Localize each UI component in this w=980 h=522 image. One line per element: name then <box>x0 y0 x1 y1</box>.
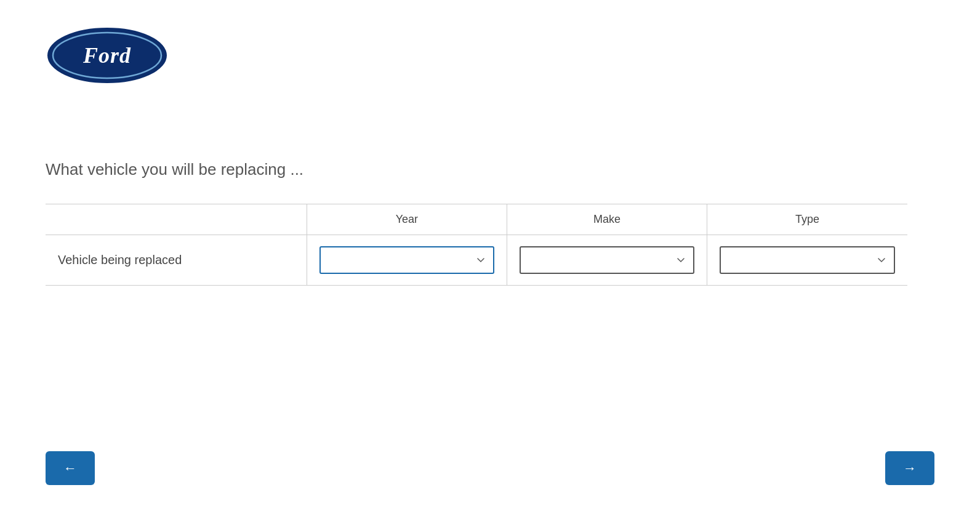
forward-arrow-icon: → <box>903 462 917 475</box>
ford-logo: Ford <box>46 25 169 86</box>
row-label-vehicle-being-replaced: Vehicle being replaced <box>46 235 307 286</box>
make-cell: Ford Chevrolet Toyota Honda <box>507 235 707 286</box>
forward-button[interactable]: → <box>885 451 934 485</box>
year-dropdown[interactable]: 2024 2023 2022 2021 2020 <box>319 246 494 274</box>
col-header-year: Year <box>307 204 507 235</box>
back-button[interactable]: ← <box>46 451 95 485</box>
type-cell: Sedan SUV Truck Van <box>707 235 907 286</box>
back-arrow-icon: ← <box>63 462 77 475</box>
main-content: What vehicle you will be replacing ... Y… <box>46 160 934 286</box>
type-dropdown[interactable]: Sedan SUV Truck Van <box>720 246 895 274</box>
page-wrapper: Ford What vehicle you will be replacing … <box>0 0 980 522</box>
year-cell: 2024 2023 2022 2021 2020 <box>307 235 507 286</box>
vehicle-table: Year Make Type Vehicle being replaced 20… <box>46 204 907 286</box>
table-row: Vehicle being replaced 2024 2023 2022 20… <box>46 235 907 286</box>
logo-area: Ford <box>46 25 169 89</box>
col-header-type: Type <box>707 204 907 235</box>
make-dropdown[interactable]: Ford Chevrolet Toyota Honda <box>520 246 694 274</box>
svg-text:Ford: Ford <box>82 43 131 68</box>
col-header-make: Make <box>507 204 707 235</box>
col-header-label <box>46 204 307 235</box>
section-title: What vehicle you will be replacing ... <box>46 160 934 179</box>
